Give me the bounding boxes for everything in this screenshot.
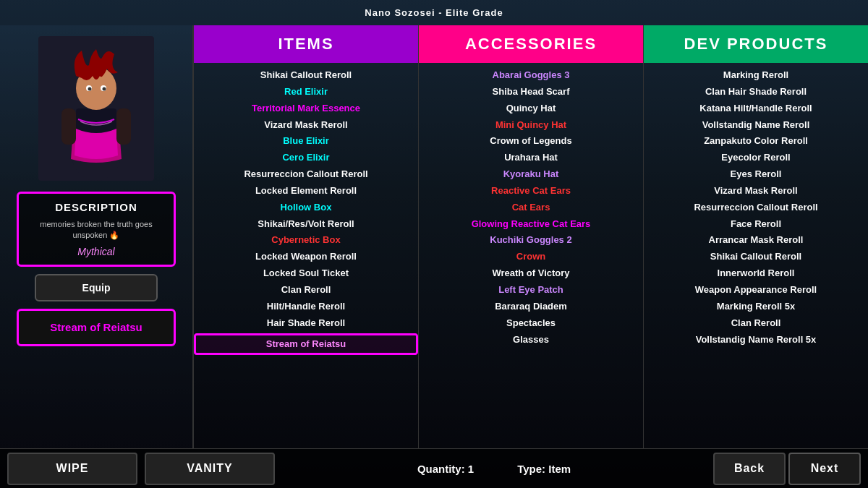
items-header-label: ITEMS bbox=[278, 35, 333, 53]
list-item[interactable]: Glasses bbox=[419, 332, 643, 348]
list-item[interactable]: Arrancar Mask Reroll bbox=[644, 232, 868, 249]
top-bar: Nano Sozosei - Elite Grade bbox=[0, 0, 868, 25]
list-item[interactable]: Shiba Head Scarf bbox=[419, 84, 643, 100]
wipe-label: WIPE bbox=[56, 462, 89, 475]
list-item[interactable]: Red Elixir bbox=[194, 84, 418, 100]
items-column: ITEMS Shikai Callout RerollRed ElixirTer… bbox=[194, 25, 419, 448]
accessories-header: ACCESSORIES bbox=[419, 25, 643, 63]
description-box: DESCRIPTION memories broken the truth go… bbox=[17, 192, 176, 267]
list-item[interactable]: Stream of Reiatsu bbox=[194, 333, 418, 356]
accessories-column: ACCESSORIES Abarai Goggles 3Shiba Head S… bbox=[419, 25, 644, 448]
top-bar-title: Nano Sozosei - Elite Grade bbox=[365, 7, 503, 18]
list-item[interactable]: Cero Elixir bbox=[194, 150, 418, 166]
list-item[interactable]: Crown of Legends bbox=[419, 133, 643, 150]
list-item[interactable]: Innerworld Reroll bbox=[644, 265, 868, 282]
wipe-button[interactable]: WIPE bbox=[7, 453, 137, 485]
list-item[interactable]: Urahara Hat bbox=[419, 150, 643, 166]
list-item[interactable]: Face Reroll bbox=[644, 216, 868, 233]
left-panel: DESCRIPTION memories broken the truth go… bbox=[0, 25, 194, 448]
stream-label: Stream of Reiatsu bbox=[50, 321, 142, 333]
columns-area: ITEMS Shikai Callout RerollRed ElixirTer… bbox=[194, 25, 868, 448]
dev-products-column: DEV PRODUCTS Marking RerollClan Hair Sha… bbox=[644, 25, 868, 448]
list-item[interactable]: Hair Shade Reroll bbox=[194, 315, 418, 332]
list-item[interactable]: Marking Reroll bbox=[644, 67, 868, 84]
svg-point-8 bbox=[88, 87, 92, 91]
list-item[interactable]: Locked Soul Ticket bbox=[194, 265, 418, 282]
list-item[interactable]: Shikai/Res/Volt Reroll bbox=[194, 216, 418, 233]
list-item[interactable]: Zanpakuto Color Reroll bbox=[644, 133, 868, 150]
dev-products-list: Marking RerollClan Hair Shade RerollKata… bbox=[644, 63, 868, 448]
quantity-text: Quantity: 1 bbox=[417, 463, 474, 475]
items-header: ITEMS bbox=[194, 25, 418, 63]
list-item[interactable]: Cybernetic Box bbox=[194, 232, 418, 249]
list-item[interactable]: Resurreccion Callout Reroll bbox=[644, 200, 868, 216]
list-item[interactable]: Abarai Goggles 3 bbox=[419, 67, 643, 84]
list-item[interactable]: Glowing Reactive Cat Ears bbox=[419, 216, 643, 233]
list-item[interactable]: Marking Reroll 5x bbox=[644, 299, 868, 315]
list-item[interactable]: Cat Ears bbox=[419, 200, 643, 216]
vanity-label: VANITY bbox=[187, 462, 232, 475]
list-item[interactable]: Crown bbox=[419, 249, 643, 265]
list-item[interactable]: Katana Hilt/Handle Reroll bbox=[644, 100, 868, 117]
list-item[interactable]: Vollstandig Name Reroll 5x bbox=[644, 332, 868, 348]
back-label: Back bbox=[734, 462, 765, 475]
list-item[interactable]: Reactive Cat Ears bbox=[419, 183, 643, 200]
dev-products-header-label: DEV PRODUCTS bbox=[684, 35, 828, 53]
list-item[interactable]: Shikai Callout Reroll bbox=[194, 67, 418, 84]
vanity-button[interactable]: VANITY bbox=[145, 453, 275, 485]
bottom-info: Quantity: 1 Type: Item bbox=[275, 463, 713, 475]
list-item[interactable]: Blue Elixir bbox=[194, 133, 418, 150]
list-item[interactable]: Kuchiki Goggles 2 bbox=[419, 232, 643, 249]
list-item[interactable]: Clan Reroll bbox=[644, 315, 868, 332]
main-layout: DESCRIPTION memories broken the truth go… bbox=[0, 25, 868, 448]
equip-label: Equip bbox=[82, 282, 111, 294]
list-item[interactable]: Resurreccion Callout Reroll bbox=[194, 166, 418, 183]
list-item[interactable]: Eyes Reroll bbox=[644, 166, 868, 183]
accessories-header-label: ACCESSORIES bbox=[465, 35, 597, 53]
list-item[interactable]: Locked Element Reroll bbox=[194, 183, 418, 200]
items-list: Shikai Callout RerollRed ElixirTerritori… bbox=[194, 63, 418, 448]
character-display bbox=[24, 33, 169, 184]
list-item[interactable]: Clan Reroll bbox=[194, 282, 418, 299]
svg-rect-3 bbox=[61, 108, 76, 145]
list-item[interactable]: Vizard Mask Reroll bbox=[644, 183, 868, 200]
list-item[interactable]: Vizard Mask Reroll bbox=[194, 117, 418, 134]
list-item[interactable]: Territorial Mark Essence bbox=[194, 100, 418, 117]
svg-rect-4 bbox=[116, 108, 131, 145]
list-item[interactable]: Hollow Box bbox=[194, 200, 418, 216]
list-item[interactable]: Mini Quincy Hat bbox=[419, 117, 643, 134]
list-item[interactable]: Clan Hair Shade Reroll bbox=[644, 84, 868, 100]
description-rarity: Mythical bbox=[26, 246, 166, 257]
list-item[interactable]: Eyecolor Reroll bbox=[644, 150, 868, 166]
stream-reiatsu-button[interactable]: Stream of Reiatsu bbox=[17, 309, 176, 346]
next-label: Next bbox=[811, 462, 839, 475]
list-item[interactable]: Kyoraku Hat bbox=[419, 166, 643, 183]
dev-products-header: DEV PRODUCTS bbox=[644, 25, 868, 63]
list-item[interactable]: Locked Weapon Reroll bbox=[194, 249, 418, 265]
list-item[interactable]: Shikai Callout Reroll bbox=[644, 249, 868, 265]
bottom-bar: WIPE VANITY Quantity: 1 Type: Item Back … bbox=[0, 448, 868, 488]
accessories-list: Abarai Goggles 3Shiba Head ScarfQuincy H… bbox=[419, 63, 643, 448]
list-item[interactable]: Quincy Hat bbox=[419, 100, 643, 117]
svg-point-9 bbox=[103, 87, 106, 91]
list-item[interactable]: Left Eye Patch bbox=[419, 282, 643, 299]
list-item[interactable]: Bararaq Diadem bbox=[419, 299, 643, 315]
next-button[interactable]: Next bbox=[788, 453, 861, 485]
description-text: memories broken the truth goes unspoken … bbox=[26, 219, 166, 241]
description-label: DESCRIPTION bbox=[26, 201, 166, 213]
list-item[interactable]: Vollstandig Name Reroll bbox=[644, 117, 868, 134]
list-item[interactable]: Wreath of Victory bbox=[419, 265, 643, 282]
list-item[interactable]: Spectacles bbox=[419, 315, 643, 332]
character-avatar bbox=[38, 36, 154, 181]
type-text: Type: Item bbox=[517, 463, 571, 475]
list-item[interactable]: Hilt/Handle Reroll bbox=[194, 299, 418, 315]
back-button[interactable]: Back bbox=[713, 453, 786, 485]
equip-button[interactable]: Equip bbox=[35, 274, 158, 301]
list-item[interactable]: Weapon Appearance Reroll bbox=[644, 282, 868, 299]
